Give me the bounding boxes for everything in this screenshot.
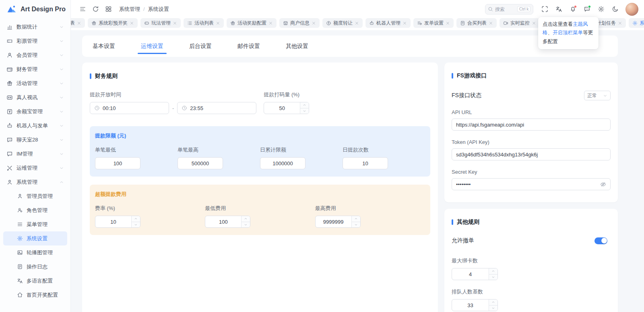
daily-count-input[interactable] — [343, 157, 388, 169]
sidebar-item-system[interactable]: 系统管理 — [3, 175, 67, 189]
number-input[interactable] — [182, 160, 219, 166]
sidebar-item-lottery[interactable]: 彩票管理 — [3, 34, 67, 48]
number-input[interactable] — [95, 216, 131, 227]
secret-key-input[interactable] — [452, 178, 611, 190]
number-stepper[interactable] — [351, 216, 360, 227]
number-input[interactable] — [99, 160, 136, 166]
number-stepper[interactable] — [131, 216, 140, 227]
sidebar-item-operation-logs[interactable]: 操作日志 — [3, 260, 67, 274]
tab-robot-management[interactable]: 机器人管理 — [365, 18, 411, 28]
number-input[interactable] — [205, 216, 241, 227]
sidebar-item-data-stats[interactable]: 数据统计 — [3, 20, 67, 34]
close-icon[interactable] — [130, 21, 134, 25]
password-input[interactable] — [456, 181, 597, 187]
close-icon[interactable] — [446, 21, 450, 25]
tab-merchant-info[interactable]: 商户信息 — [279, 18, 320, 28]
number-input[interactable] — [264, 102, 300, 114]
number-input[interactable] — [452, 268, 489, 280]
number-input[interactable] — [452, 300, 489, 311]
max-fee-input[interactable] — [315, 216, 361, 228]
close-icon[interactable] — [355, 21, 359, 25]
min-fee-input[interactable] — [205, 216, 250, 228]
sidebar-item-live-video[interactable]: 真人视讯 — [3, 90, 67, 104]
translate-button[interactable] — [553, 3, 565, 15]
tooltip-link-top-menu[interactable]: 开启顶栏菜单 — [553, 30, 583, 35]
number-input[interactable] — [316, 216, 351, 227]
max-single-input[interactable] — [178, 157, 223, 169]
tab-activity-reward-config[interactable]: 活动奖励配置 — [227, 18, 277, 28]
stepper-up-button[interactable] — [242, 216, 250, 222]
stepper-up-button[interactable] — [300, 102, 309, 108]
text-input[interactable] — [456, 152, 606, 158]
stepper-up-button[interactable] — [132, 216, 140, 222]
close-icon[interactable] — [532, 21, 536, 25]
user-avatar[interactable] — [625, 3, 638, 16]
number-stepper[interactable] — [241, 216, 250, 227]
stepper-down-button[interactable] — [489, 305, 497, 311]
turnover-input[interactable] — [264, 102, 309, 114]
tab-quota-transfer[interactable]: 额度转让 — [322, 18, 363, 28]
max-cards-input[interactable] — [452, 268, 498, 280]
fee-rate-input[interactable] — [95, 216, 140, 228]
tab-activity-list[interactable]: 活动列表 — [184, 18, 224, 28]
eye-off-icon[interactable] — [600, 181, 606, 187]
number-stepper[interactable] — [489, 268, 497, 280]
tab-gameplay-management[interactable]: 玩法管理 — [140, 18, 181, 28]
sidebar-item-menu-management[interactable]: 菜单管理 — [3, 217, 67, 231]
time-input[interactable] — [103, 105, 165, 111]
sidebar-item-im[interactable]: IM管理 — [3, 147, 67, 161]
stepper-down-button[interactable] — [242, 222, 250, 228]
sidebar-item-system-settings[interactable]: 系统设置 — [3, 231, 67, 245]
tab-operations-settings[interactable]: 运维设置 — [138, 35, 167, 57]
tab-list[interactable]: 列表 — [71, 18, 85, 28]
number-input[interactable] — [347, 160, 384, 166]
api-url-input[interactable] — [452, 119, 611, 131]
close-icon[interactable] — [216, 21, 220, 25]
sidebar-item-activities[interactable]: 活动管理 — [3, 76, 67, 90]
breadcrumb-parent[interactable]: 系统管理 — [119, 6, 140, 13]
close-icon[interactable] — [618, 21, 622, 25]
sidebar-item-yuebao[interactable]: 余额宝管理 — [3, 104, 67, 119]
collapse-menu-button[interactable] — [76, 3, 89, 15]
settings-button[interactable] — [595, 3, 607, 15]
sidebar-item-admin-management[interactable]: 管理员管理 — [3, 189, 67, 203]
close-icon[interactable] — [489, 21, 493, 25]
sidebar-item-homepage-draw-config[interactable]: 首页开奖配置 — [3, 288, 67, 302]
sidebar-item-i18n-config[interactable]: 多语言配置 — [3, 274, 67, 288]
withdraw-start-time-input[interactable] — [90, 102, 169, 114]
close-icon[interactable] — [77, 21, 81, 25]
number-stepper[interactable] — [300, 102, 309, 114]
min-single-input[interactable] — [95, 157, 140, 169]
time-input[interactable] — [190, 105, 252, 111]
tab-backend-settings[interactable]: 后台设置 — [186, 35, 215, 57]
number-stepper[interactable] — [489, 300, 497, 311]
stepper-down-button[interactable] — [132, 222, 140, 228]
close-icon[interactable] — [402, 21, 407, 25]
tab-basic-settings[interactable]: 基本设置 — [89, 35, 118, 57]
fullscreen-button[interactable] — [539, 3, 551, 15]
close-icon[interactable] — [173, 21, 177, 25]
search-input[interactable] — [495, 6, 515, 12]
sidebar-item-robot-orders[interactable]: 机器人与发单 — [3, 119, 67, 133]
apps-grid-button[interactable] — [102, 3, 114, 15]
stepper-up-button[interactable] — [489, 300, 497, 305]
sidebar-item-chatroom28[interactable]: 聊天室28 — [3, 133, 67, 147]
allow-cancel-toggle[interactable] — [594, 237, 607, 244]
stepper-down-button[interactable] — [300, 108, 309, 114]
text-input[interactable] — [456, 122, 606, 128]
dark-mode-button[interactable] — [609, 3, 621, 15]
notifications-button[interactable] — [567, 3, 579, 15]
refresh-button[interactable] — [89, 3, 101, 15]
stepper-down-button[interactable] — [352, 222, 360, 228]
sidebar-item-operations[interactable]: 运维管理 — [3, 161, 67, 175]
daily-total-input[interactable] — [260, 157, 305, 169]
close-icon[interactable] — [268, 21, 273, 25]
stepper-up-button[interactable] — [489, 268, 497, 274]
stepper-up-button[interactable] — [352, 216, 360, 222]
tab-email-settings[interactable]: 邮件设置 — [234, 35, 263, 57]
stepper-down-button[interactable] — [489, 274, 497, 280]
sidebar-item-role-management[interactable]: 角色管理 — [3, 203, 67, 217]
queue-base-input[interactable] — [452, 299, 498, 311]
sidebar-item-members[interactable]: 会员管理 — [3, 48, 67, 62]
close-icon[interactable] — [312, 21, 316, 25]
